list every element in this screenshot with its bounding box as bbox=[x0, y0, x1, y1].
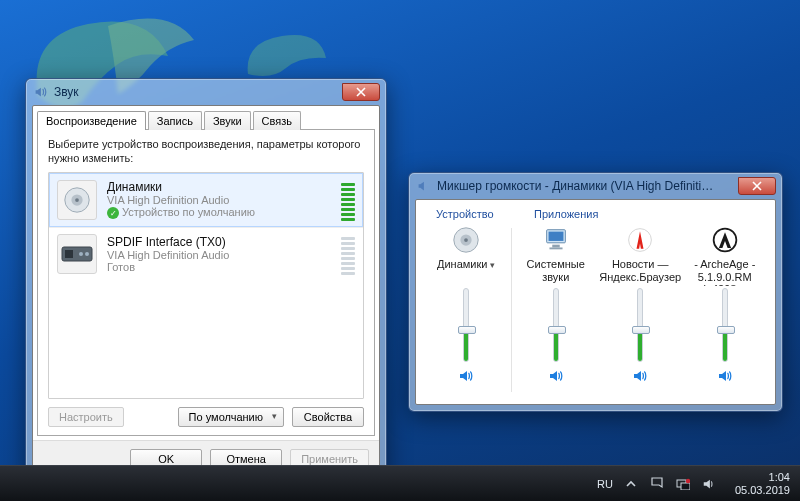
svg-rect-17 bbox=[681, 483, 690, 490]
svg-point-18 bbox=[686, 478, 690, 482]
svg-rect-11 bbox=[548, 232, 563, 241]
device-item-spdif[interactable]: SPDIF Interface (TX0) VIA High Definitio… bbox=[49, 227, 363, 281]
mute-button[interactable] bbox=[458, 368, 474, 387]
device-name: SPDIF Interface (TX0) bbox=[107, 235, 331, 249]
mixer-headings: Устройство Приложения bbox=[424, 206, 767, 222]
yandex-browser-icon bbox=[624, 224, 656, 256]
configure-button[interactable]: Настроить bbox=[48, 407, 124, 427]
system-sounds-icon bbox=[540, 224, 572, 256]
device-sub: VIA High Definition Audio bbox=[107, 249, 331, 261]
svg-point-2 bbox=[75, 198, 79, 202]
spdif-device-icon bbox=[57, 234, 97, 274]
clock-date: 05.03.2019 bbox=[735, 484, 790, 497]
mixer-window: Микшер громкости - Динамики (VIA High De… bbox=[408, 172, 783, 412]
network-icon[interactable] bbox=[675, 476, 691, 492]
taskbar: RU 1:04 05.03.2019 bbox=[0, 465, 800, 501]
sound-tabs: Воспроизведение Запись Звуки Связь bbox=[33, 107, 379, 130]
mixer-label[interactable]: Динамики▾ bbox=[437, 258, 495, 286]
tray-chevron-up-icon[interactable] bbox=[623, 476, 639, 492]
tab-comm[interactable]: Связь bbox=[253, 111, 301, 130]
volume-icon bbox=[415, 178, 431, 194]
level-meter bbox=[341, 179, 355, 221]
mixer-label: Системные звуки bbox=[513, 258, 598, 286]
device-status: Готов bbox=[107, 261, 331, 273]
tab-playback[interactable]: Воспроизведение bbox=[37, 111, 146, 130]
mixer-label: Новости — Яндекс.Браузер bbox=[598, 258, 683, 286]
mixer-label: - ArcheAge - 5.1.9.0.RM (r.4268… bbox=[682, 258, 767, 286]
tab-pane-playback: Выберите устройство воспроизведения, пар… bbox=[37, 129, 375, 436]
mixer-col-yandex: Новости — Яндекс.Браузер bbox=[598, 222, 683, 387]
volume-slider[interactable] bbox=[637, 288, 643, 362]
taskbar-clock[interactable]: 1:04 05.03.2019 bbox=[735, 471, 790, 496]
set-default-button[interactable]: По умолчанию bbox=[178, 407, 284, 427]
mixer-col-archeage: - ArcheAge - 5.1.9.0.RM (r.4268… bbox=[682, 222, 767, 387]
mixer-col-device: Динамики▾ bbox=[424, 222, 509, 387]
sound-window: Звук Воспроизведение Запись Звуки Связь … bbox=[25, 78, 387, 484]
svg-point-6 bbox=[85, 252, 89, 256]
archeage-icon bbox=[709, 224, 741, 256]
sound-icon bbox=[32, 84, 48, 100]
mixer-grid: Динамики▾ Системные звуки bbox=[424, 222, 767, 392]
clock-time: 1:04 bbox=[735, 471, 790, 484]
volume-tray-icon[interactable] bbox=[701, 476, 717, 492]
device-item-speakers[interactable]: Динамики VIA High Definition Audio ✓Устр… bbox=[49, 173, 363, 227]
mixer-col-system: Системные звуки bbox=[513, 222, 598, 387]
svg-rect-13 bbox=[549, 247, 562, 249]
volume-slider[interactable] bbox=[553, 288, 559, 362]
tab-sounds[interactable]: Звуки bbox=[204, 111, 251, 130]
svg-point-9 bbox=[464, 238, 468, 242]
level-meter bbox=[341, 233, 355, 275]
svg-point-5 bbox=[79, 252, 83, 256]
close-button[interactable] bbox=[738, 177, 776, 195]
sound-title: Звук bbox=[54, 85, 79, 99]
close-button[interactable] bbox=[342, 83, 380, 101]
playback-hint: Выберите устройство воспроизведения, пар… bbox=[48, 138, 364, 166]
heading-device: Устройство bbox=[436, 208, 526, 220]
speaker-device-icon bbox=[57, 180, 97, 220]
svg-rect-12 bbox=[552, 245, 559, 248]
device-status: ✓Устройство по умолчанию bbox=[107, 206, 331, 220]
system-tray: RU 1:04 05.03.2019 bbox=[597, 471, 790, 496]
mute-button[interactable] bbox=[548, 368, 564, 387]
language-indicator[interactable]: RU bbox=[597, 478, 613, 490]
check-icon: ✓ bbox=[107, 207, 119, 219]
mute-button[interactable] bbox=[717, 368, 733, 387]
action-center-icon[interactable] bbox=[649, 476, 665, 492]
device-list: Динамики VIA High Definition Audio ✓Устр… bbox=[48, 172, 364, 400]
mixer-titlebar[interactable]: Микшер громкости - Динамики (VIA High De… bbox=[409, 173, 782, 199]
volume-slider[interactable] bbox=[463, 288, 469, 362]
svg-rect-4 bbox=[65, 250, 73, 258]
mixer-separator bbox=[511, 228, 512, 392]
heading-apps: Приложения bbox=[526, 208, 763, 220]
mixer-title: Микшер громкости - Динамики (VIA High De… bbox=[437, 179, 717, 193]
tab-recording[interactable]: Запись bbox=[148, 111, 202, 130]
mute-button[interactable] bbox=[632, 368, 648, 387]
properties-button[interactable]: Свойства bbox=[292, 407, 364, 427]
chevron-down-icon: ▾ bbox=[490, 260, 495, 270]
device-sub: VIA High Definition Audio bbox=[107, 194, 331, 206]
volume-slider[interactable] bbox=[722, 288, 728, 362]
device-name: Динамики bbox=[107, 180, 331, 194]
sound-titlebar[interactable]: Звук bbox=[26, 79, 386, 105]
speaker-icon bbox=[450, 224, 482, 256]
